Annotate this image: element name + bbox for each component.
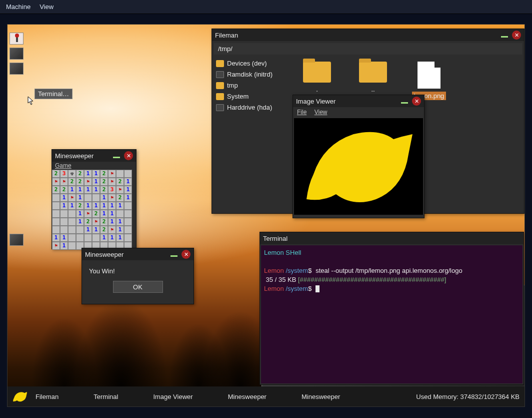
- minesweeper-cell[interactable]: [68, 194, 76, 202]
- sidebar-item-system[interactable]: System: [216, 93, 288, 100]
- minesweeper-menu-game[interactable]: Game: [52, 162, 136, 170]
- minesweeper-cell[interactable]: 1: [116, 218, 124, 226]
- close-button[interactable]: [182, 250, 190, 259]
- minesweeper-cell[interactable]: [52, 194, 60, 202]
- terminal-titlebar[interactable]: Terminal: [260, 232, 524, 244]
- minesweeper-cell[interactable]: 1: [100, 234, 108, 242]
- minesweeper-cell[interactable]: [84, 210, 92, 218]
- minesweeper-cell[interactable]: 2: [60, 186, 68, 194]
- minesweeper-cell[interactable]: 1: [84, 226, 92, 234]
- vm-menu-view[interactable]: View: [40, 3, 54, 11]
- ok-button[interactable]: OK: [113, 281, 163, 293]
- minesweeper-cell[interactable]: 1: [108, 202, 116, 210]
- minesweeper-cell[interactable]: [124, 234, 132, 242]
- minesweeper-cell[interactable]: 1: [76, 186, 84, 194]
- minesweeper-cell[interactable]: 3: [108, 186, 116, 194]
- minesweeper-cell[interactable]: 1: [100, 202, 108, 210]
- minesweeper-cell[interactable]: [92, 194, 100, 202]
- taskbar-item-minesweeper[interactable]: Minesweeper: [228, 393, 266, 400]
- minesweeper-cell[interactable]: 1: [68, 202, 76, 210]
- minesweeper-cell[interactable]: 1: [116, 226, 124, 234]
- menu-file[interactable]: File: [297, 109, 306, 116]
- minesweeper-cell[interactable]: [116, 170, 124, 178]
- minesweeper-cell[interactable]: 3: [60, 170, 68, 178]
- minimize-button[interactable]: [501, 36, 508, 38]
- minesweeper-cell[interactable]: [60, 210, 68, 218]
- minesweeper-cell[interactable]: [124, 226, 132, 234]
- minesweeper-cell[interactable]: 2: [100, 170, 108, 178]
- vm-menu-machine[interactable]: Machine: [6, 3, 30, 11]
- minesweeper-cell[interactable]: 1: [108, 210, 116, 218]
- launcher-games-icon[interactable]: [10, 33, 24, 45]
- minesweeper-dialog-titlebar[interactable]: Minesweeper: [82, 248, 194, 260]
- minesweeper-cell[interactable]: 1: [92, 226, 100, 234]
- minesweeper-cell[interactable]: [52, 210, 60, 218]
- minesweeper-cell[interactable]: [108, 194, 116, 202]
- close-button[interactable]: [512, 31, 521, 40]
- minesweeper-cell[interactable]: 2: [76, 170, 84, 178]
- minesweeper-cell[interactable]: 1: [60, 242, 68, 250]
- close-button[interactable]: [124, 151, 133, 160]
- image-viewer-titlebar[interactable]: Image Viewer: [293, 95, 424, 107]
- minesweeper-cell[interactable]: 2: [52, 186, 60, 194]
- fileman-pathbar[interactable]: /tmp/: [214, 43, 522, 55]
- minesweeper-cell[interactable]: 2: [68, 178, 76, 186]
- minesweeper-cell[interactable]: 1: [60, 194, 68, 202]
- minesweeper-cell[interactable]: 1: [60, 234, 68, 242]
- minesweeper-cell[interactable]: [68, 226, 76, 234]
- minesweeper-cell[interactable]: [84, 194, 92, 202]
- fileman-titlebar[interactable]: Fileman: [212, 29, 524, 41]
- minesweeper-cell[interactable]: 1: [76, 218, 84, 226]
- taskbar-item-minesweeper-dialog[interactable]: Minesweeper: [302, 393, 340, 400]
- minesweeper-cell[interactable]: [68, 242, 76, 250]
- minesweeper-cell[interactable]: [60, 226, 68, 234]
- terminal-body[interactable]: Lemon SHell Lemon /system$ steal --outpu…: [261, 245, 522, 383]
- launcher-item-icon[interactable]: [10, 234, 24, 246]
- minesweeper-cell[interactable]: [124, 170, 132, 178]
- minesweeper-cell[interactable]: [116, 186, 124, 194]
- minesweeper-cell[interactable]: [108, 178, 116, 186]
- minesweeper-cell[interactable]: [116, 210, 124, 218]
- minesweeper-cell[interactable]: [108, 170, 116, 178]
- minesweeper-cell[interactable]: [52, 218, 60, 226]
- minesweeper-cell[interactable]: [68, 210, 76, 218]
- minesweeper-cell[interactable]: 1: [124, 186, 132, 194]
- minesweeper-cell[interactable]: 2: [84, 218, 92, 226]
- minesweeper-cell[interactable]: 2: [52, 170, 60, 178]
- minesweeper-cell[interactable]: 1: [116, 202, 124, 210]
- minesweeper-cell[interactable]: [52, 202, 60, 210]
- minesweeper-cell[interactable]: 2: [92, 210, 100, 218]
- minesweeper-cell[interactable]: [68, 218, 76, 226]
- minesweeper-cell[interactable]: [68, 234, 76, 242]
- minesweeper-cell[interactable]: 1: [124, 178, 132, 186]
- minesweeper-cell[interactable]: [76, 226, 84, 234]
- minimize-button[interactable]: [401, 102, 408, 104]
- minesweeper-cell[interactable]: [52, 242, 60, 250]
- minesweeper-cell[interactable]: 1: [92, 178, 100, 186]
- minesweeper-cell[interactable]: 2: [100, 178, 108, 186]
- taskbar-item-imgviewer[interactable]: Image Viewer: [153, 393, 192, 400]
- minesweeper-cell[interactable]: 2: [100, 186, 108, 194]
- minesweeper-titlebar[interactable]: Minesweeper: [52, 150, 136, 162]
- minesweeper-cell[interactable]: [84, 178, 92, 186]
- minesweeper-cell[interactable]: [92, 234, 100, 242]
- menu-view[interactable]: View: [314, 109, 328, 116]
- minesweeper-cell[interactable]: 1: [84, 202, 92, 210]
- launcher-item-icon[interactable]: [10, 48, 24, 60]
- minesweeper-cell[interactable]: [124, 218, 132, 226]
- minesweeper-cell[interactable]: [124, 202, 132, 210]
- minesweeper-cell[interactable]: 1: [76, 194, 84, 202]
- minesweeper-cell[interactable]: 2: [100, 218, 108, 226]
- minesweeper-cell[interactable]: 1: [116, 234, 124, 242]
- sidebar-item-devices[interactable]: Devices (dev): [216, 60, 288, 67]
- minesweeper-cell[interactable]: 1: [60, 202, 68, 210]
- minesweeper-cell[interactable]: 1: [92, 186, 100, 194]
- minesweeper-cell[interactable]: 1: [84, 170, 92, 178]
- minesweeper-cell[interactable]: [76, 234, 84, 242]
- minesweeper-cell[interactable]: 1: [124, 194, 132, 202]
- minesweeper-cell[interactable]: 1: [76, 210, 84, 218]
- minesweeper-cell[interactable]: [52, 226, 60, 234]
- minesweeper-cell[interactable]: 1: [92, 170, 100, 178]
- launcher-item-icon[interactable]: [10, 63, 24, 75]
- minesweeper-cell[interactable]: 2: [76, 202, 84, 210]
